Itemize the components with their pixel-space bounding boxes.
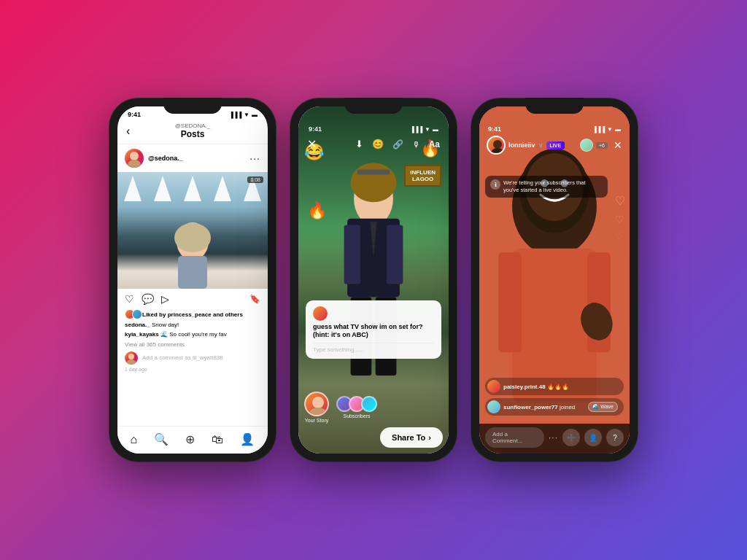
snow-tree-4 bbox=[214, 176, 231, 201]
nav-profile[interactable]: 👤 bbox=[240, 432, 255, 446]
your-story-option[interactable]: Your Story bbox=[304, 392, 329, 423]
svg-rect-21 bbox=[498, 252, 522, 352]
heart-icon-2: ♡ bbox=[615, 214, 625, 225]
svg-rect-3 bbox=[178, 256, 207, 289]
live-invite-button[interactable]: 👤 bbox=[584, 429, 602, 446]
snow-tree-2 bbox=[154, 176, 171, 201]
post-timestamp: 1 day ago bbox=[117, 367, 268, 375]
caption-username[interactable]: sedona._ bbox=[125, 322, 150, 328]
post-comment1: kyia_kayaks 🌊 So cool! you're my fav bbox=[117, 331, 268, 341]
post-duration: 0:08 bbox=[247, 176, 263, 183]
question-header bbox=[313, 306, 434, 321]
svg-point-14 bbox=[351, 163, 397, 202]
story-destination-row: Your Story Subscribers bbox=[304, 392, 443, 423]
comment1-username[interactable]: paisley.print.48 bbox=[503, 384, 546, 390]
story-question-text: guess what TV show im on set for? (hint:… bbox=[313, 323, 434, 340]
live-user-avatar[interactable] bbox=[487, 136, 506, 155]
comment2-username[interactable]: sunflower_power77 bbox=[503, 404, 558, 411]
likes-text[interactable]: Liked by princess_peace and others bbox=[142, 311, 243, 318]
svg-point-6 bbox=[127, 359, 136, 365]
phone1-user-row: @sedona._ ··· bbox=[117, 144, 268, 172]
phone-1-posts: 9:41 ▐▐▐ ▼ ▬ ‹ @SEDONA._ Posts bbox=[109, 98, 276, 462]
live-add-viewer-button[interactable]: ➕ bbox=[562, 429, 580, 446]
live-viewer-count: +6 bbox=[596, 142, 608, 149]
live-dropdown-arrow[interactable]: ∨ bbox=[538, 141, 543, 149]
share-to-label: Share To bbox=[392, 433, 425, 442]
nav-search[interactable]: 🔍 bbox=[154, 432, 169, 446]
story-download-icon[interactable]: ⬇ bbox=[355, 139, 363, 149]
phone1-user-avatar[interactable] bbox=[125, 149, 144, 168]
nav-shop[interactable]: 🛍 bbox=[212, 433, 223, 446]
phone-1-status-icons: ▐▐▐ ▼ ▬ bbox=[229, 112, 258, 118]
post-actions-left: ♡ 💬 ▷ bbox=[125, 293, 169, 305]
subscribers-label: Subscribers bbox=[336, 413, 377, 419]
comment1-text: So cool! you're my fav bbox=[169, 331, 226, 338]
story-mute-icon[interactable]: 🎙 bbox=[412, 140, 420, 149]
nav-home[interactable]: ⌂ bbox=[131, 433, 138, 446]
story-emoji-sticker-icon[interactable]: 😊 bbox=[372, 139, 384, 149]
phone-3-screen: 9:41 ▐▐▐ ▼ ▬ lonnieiiv ∨ L bbox=[479, 106, 630, 454]
comment1-emoji: 🌊 bbox=[160, 331, 168, 338]
comment2-content: joined bbox=[560, 404, 575, 411]
liker-avatar-2 bbox=[132, 309, 142, 319]
story-text-icon[interactable]: Aa bbox=[429, 139, 440, 149]
likes-avatars bbox=[125, 309, 139, 319]
live-viewer-avatars bbox=[580, 139, 593, 152]
question-avatar bbox=[313, 306, 328, 321]
live-comment-input[interactable]: Add a Comment... bbox=[485, 427, 544, 448]
your-story-avatar bbox=[304, 392, 329, 416]
comment2-avatar bbox=[487, 400, 500, 413]
svg-point-28 bbox=[493, 140, 502, 149]
live-badge: LIVE bbox=[546, 141, 565, 149]
signal-icon: ▐▐▐ bbox=[229, 112, 241, 118]
share-button[interactable]: ▷ bbox=[161, 293, 169, 305]
back-button[interactable]: ‹ bbox=[126, 125, 130, 138]
subscribers-option[interactable]: Subscribers bbox=[336, 396, 377, 419]
share-to-arrow: › bbox=[428, 433, 431, 442]
wave-button[interactable]: 🌊 Wave bbox=[588, 402, 618, 412]
story-question-box: guess what TV show im on set for? (hint:… bbox=[306, 300, 441, 359]
live-status-icons: ▐▐▐ ▼ ▬ bbox=[592, 126, 621, 133]
nav-add[interactable]: ⊕ bbox=[185, 432, 195, 446]
live-notification-banner: ℹ We're telling your subscribers that yo… bbox=[485, 176, 608, 198]
phone-2-story: INFLUEN LAGOO 😂 🔥 🔥 bbox=[290, 98, 457, 462]
your-story-label: Your Story bbox=[304, 418, 329, 423]
phone1-header-text: @SEDONA._ Posts bbox=[175, 122, 211, 139]
live-more-button[interactable]: ··· bbox=[549, 432, 558, 443]
story-top-icons-group: ⬇ 😊 🔗 🎙 Aa bbox=[355, 139, 440, 149]
subscribers-avatars bbox=[336, 396, 377, 412]
phone1-more-button[interactable]: ··· bbox=[249, 152, 260, 164]
story-type-input[interactable]: Type something...... bbox=[313, 343, 434, 353]
phone-2-screen: INFLUEN LAGOO 😂 🔥 🔥 bbox=[298, 106, 449, 454]
live-user-info: lonnieiiv ∨ LIVE bbox=[487, 136, 565, 155]
story-bottom-area: Your Story Subscribers bbox=[298, 389, 449, 454]
live-comment-row-1: paisley.print.48 🔥🔥🔥 bbox=[485, 378, 624, 395]
like-button[interactable]: ♡ bbox=[125, 293, 134, 305]
phone1-user-handle[interactable]: @sedona._ bbox=[148, 155, 183, 162]
story-close-button[interactable]: ✕ bbox=[307, 137, 317, 151]
phone-1-screen: 9:41 ▐▐▐ ▼ ▬ ‹ @SEDONA._ Posts bbox=[117, 106, 268, 454]
live-comments-area: paisley.print.48 🔥🔥🔥 sunflower_power77 j… bbox=[485, 378, 624, 416]
story-type-placeholder: Type something...... bbox=[313, 346, 364, 353]
phone1-header: ‹ @SEDONA._ Posts bbox=[117, 120, 268, 144]
live-username[interactable]: lonnieiiv bbox=[508, 141, 535, 149]
svg-point-17 bbox=[309, 408, 327, 416]
live-top-bar: lonnieiiv ∨ LIVE +6 ✕ bbox=[487, 136, 622, 155]
tropical-sign: INFLUEN LAGOO bbox=[404, 165, 441, 187]
phones-container: 9:41 ▐▐▐ ▼ ▬ ‹ @SEDONA._ Posts bbox=[94, 83, 653, 477]
add-comment-placeholder[interactable]: Add a comment as lil_wyatt838 bbox=[142, 354, 223, 361]
story-link-icon[interactable]: 🔗 bbox=[392, 139, 403, 149]
comment-button[interactable]: 💬 bbox=[142, 293, 154, 305]
heart-icon-3: ♡ bbox=[615, 231, 625, 241]
live-help-button[interactable]: ? bbox=[606, 429, 624, 446]
bookmark-button[interactable]: 🔖 bbox=[249, 294, 260, 304]
heart-icon-1[interactable]: ♡ bbox=[615, 194, 625, 208]
share-to-row: Share To › bbox=[304, 427, 443, 448]
viewer-avatar-1 bbox=[580, 139, 593, 152]
live-comment-input-row: Add a Comment... ··· ➕ 👤 ? bbox=[485, 427, 624, 448]
view-comments-link[interactable]: View all 365 comments bbox=[117, 341, 268, 349]
comment1-user[interactable]: kyia_kayaks bbox=[125, 331, 159, 338]
share-to-button[interactable]: Share To › bbox=[380, 427, 443, 448]
live-close-button[interactable]: ✕ bbox=[614, 139, 622, 151]
snow-trees bbox=[117, 176, 268, 201]
